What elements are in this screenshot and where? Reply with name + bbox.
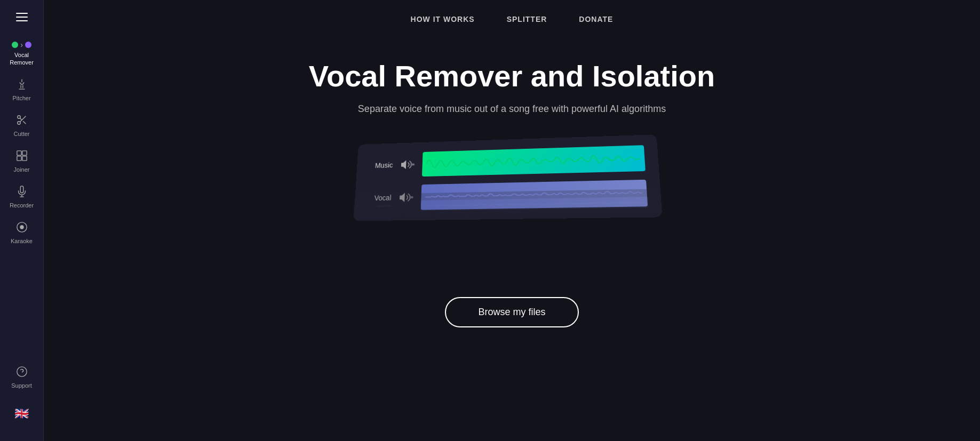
sidebar-item-karaoke[interactable]: Karaoke (0, 215, 43, 251)
svg-point-13 (17, 367, 26, 376)
hero-title: Vocal Remover and Isolation (309, 60, 715, 93)
recorder-icon (16, 186, 28, 199)
sidebar-item-label-support: Support (11, 382, 32, 389)
sidebar-item-pitcher[interactable]: Pitcher (0, 72, 43, 108)
svg-line-3 (23, 121, 26, 124)
cutter-icon (16, 114, 28, 127)
sidebar-item-label-vocal-remover: Vocal Remover (4, 51, 39, 67)
svg-line-4 (20, 118, 22, 120)
sidebar-item-recorder[interactable]: Recorder (0, 179, 43, 215)
svg-rect-5 (17, 150, 21, 155)
sidebar-bottom: Support 🇬🇧 (0, 359, 43, 432)
nav-donate[interactable]: DONATE (579, 13, 613, 26)
music-track-label: Music (368, 161, 393, 170)
joiner-icon (16, 150, 28, 163)
music-track: Music (368, 145, 645, 178)
svg-rect-8 (22, 156, 26, 161)
music-volume-control[interactable] (400, 159, 415, 170)
karaoke-icon (16, 221, 28, 235)
music-waveform-bar (421, 145, 645, 177)
svg-point-0 (17, 115, 20, 118)
hamburger-menu[interactable] (12, 9, 32, 26)
nav-how-it-works[interactable]: HOW IT WORKS (411, 13, 475, 26)
vocal-remover-icon: › (12, 42, 31, 48)
sidebar-item-support[interactable]: Support (0, 359, 43, 395)
flag-icon: 🇬🇧 (9, 402, 34, 426)
sidebar: › Vocal Remover Pitcher Cutter (0, 0, 44, 441)
sidebar-item-vocal-remover[interactable]: › Vocal Remover (0, 36, 43, 72)
waveform-visualization: Music (347, 136, 678, 270)
support-icon (16, 366, 28, 379)
main-content: HOW IT WORKS SPLITTER DONATE Vocal Remov… (44, 0, 980, 441)
language-selector[interactable]: 🇬🇧 (0, 395, 43, 432)
speaker-icon (400, 159, 415, 170)
sidebar-item-label-cutter: Cutter (14, 131, 30, 137)
svg-rect-7 (17, 156, 21, 161)
sidebar-item-label-joiner: Joiner (14, 166, 30, 173)
svg-rect-15 (410, 163, 415, 165)
sidebar-item-label-recorder: Recorder (10, 202, 34, 209)
sidebar-item-label-pitcher: Pitcher (12, 95, 30, 101)
top-nav: HOW IT WORKS SPLITTER DONATE (44, 0, 980, 38)
browse-files-button[interactable]: Browse my files (445, 297, 578, 327)
hero-section: Vocal Remover and Isolation Separate voi… (44, 38, 980, 441)
svg-point-1 (17, 121, 20, 124)
svg-point-12 (20, 225, 23, 229)
sidebar-item-joiner[interactable]: Joiner (0, 143, 43, 179)
sidebar-item-cutter[interactable]: Cutter (0, 108, 43, 143)
nav-splitter[interactable]: SPLITTER (507, 13, 547, 26)
sidebar-item-label-karaoke: Karaoke (11, 238, 33, 244)
music-wave-svg (426, 147, 641, 174)
hero-subtitle: Separate voice from music out of a song … (358, 103, 666, 115)
svg-rect-6 (22, 150, 26, 155)
pitcher-icon (16, 78, 28, 92)
